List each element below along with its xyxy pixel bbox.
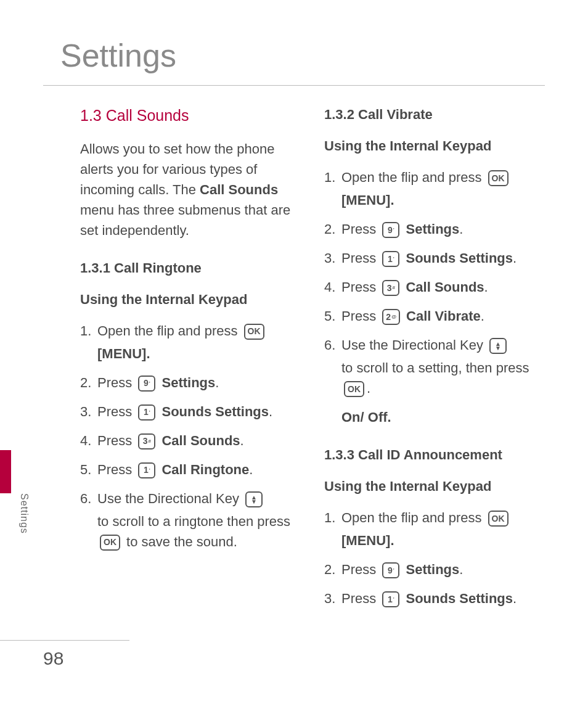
steps-list: Open the flip and press OK [MENU]. Press… <box>324 507 545 609</box>
key-digit: 9 <box>388 564 393 577</box>
menu-label: [MENU]. <box>341 530 545 551</box>
period: . <box>240 433 244 448</box>
key-digit: 3 <box>143 435 148 448</box>
step-text: to save the sound. <box>123 534 237 549</box>
step-bold: Call Ringtone <box>161 462 249 477</box>
ok-key-icon: OK <box>100 535 120 551</box>
ok-key-icon: OK <box>488 170 508 186</box>
period: . <box>513 250 517 266</box>
key9-icon: 9' <box>382 562 399 578</box>
menu-text: [MENU] <box>341 192 390 208</box>
key-sup: ' <box>393 567 394 574</box>
period: . <box>390 533 394 548</box>
key-digit: 3 <box>387 282 392 295</box>
onoff-text: On/ Off <box>341 409 388 425</box>
step-item: Press 9' Settings. <box>324 559 545 580</box>
key3-icon: 3# <box>382 280 399 296</box>
steps-list: Open the flip and press OK [MENU]. Press… <box>80 321 301 552</box>
key-digit: 1 <box>144 406 149 419</box>
step-bold: Sounds Settings <box>406 591 513 606</box>
step-text: Press <box>97 375 136 390</box>
step-item: Press 9' Settings. <box>324 219 545 239</box>
key-digit: 9 <box>388 224 393 237</box>
step-bold: Settings <box>406 221 459 237</box>
step-text: Press <box>341 279 380 295</box>
divider <box>43 85 545 86</box>
step-item: Press 1' Sounds Settings. <box>80 401 301 422</box>
intro-text: Allows you to set how the phone alerts y… <box>80 139 301 240</box>
page-title: Settings <box>60 37 545 74</box>
key-digit: 2 <box>386 311 391 324</box>
step-item: Press 1' Call Ringtone. <box>80 459 301 480</box>
intro-post: menu has three submenus that are set ind… <box>80 202 290 238</box>
step-bold: Call Sounds <box>406 279 484 295</box>
step-item: Use the Directional Key ▲▼ to scroll to … <box>80 488 301 552</box>
step-text: Press <box>97 433 136 448</box>
key-digit: 1 <box>388 593 393 606</box>
ok-key-icon: OK <box>244 324 264 340</box>
period: . <box>459 221 463 237</box>
key-sup: ' <box>149 380 150 387</box>
ok-key-icon: OK <box>488 511 508 527</box>
step-text: Press <box>341 250 380 266</box>
key-sup: @ <box>391 313 396 321</box>
key-sup: ' <box>393 596 394 603</box>
key-sup: # <box>149 438 151 445</box>
key1-icon: 1' <box>138 462 155 478</box>
step-item: Use the Directional Key ▲▼ to scroll to … <box>324 335 545 427</box>
right-column: 1.3.2 Call Vibrate Using the Internal Ke… <box>324 104 545 626</box>
period: . <box>388 409 391 425</box>
step-text: to scroll to a setting, then press <box>341 360 529 376</box>
menu-text: [MENU] <box>341 533 390 548</box>
subsection-heading: 1.3.3 Call ID Announcement <box>324 445 545 465</box>
step-cont: to scroll to a setting, then press OK. <box>341 358 545 398</box>
intro-bold: Call Sounds <box>200 182 278 197</box>
step-bold: Sounds Settings <box>161 404 269 419</box>
step-item: Open the flip and press OK [MENU]. <box>324 167 545 210</box>
directional-key-icon: ▲▼ <box>245 491 263 507</box>
step-text: Press <box>341 308 380 324</box>
step-text: Use the Directional Key <box>341 337 487 353</box>
section-heading: 1.3 Call Sounds <box>80 104 301 128</box>
step-bold: Call Sounds <box>161 433 240 448</box>
step-item: Open the flip and press OK [MENU]. <box>80 321 301 364</box>
page-number: 98 <box>43 648 129 669</box>
method-heading: Using the Internal Keypad <box>324 476 545 496</box>
side-tab: Settings <box>0 382 16 450</box>
step-text: to scroll to a ringtone then press <box>97 514 290 529</box>
step-text: Open the flip and press <box>97 323 242 339</box>
menu-label: [MENU]. <box>97 343 301 364</box>
period: . <box>367 380 370 396</box>
step-text: Press <box>97 404 136 419</box>
side-tab-label: Settings <box>18 493 30 534</box>
method-heading: Using the Internal Keypad <box>80 289 301 310</box>
menu-text: [MENU] <box>97 346 146 361</box>
key-sup: # <box>393 284 395 292</box>
key1-icon: 1' <box>382 251 399 267</box>
key-sup: ' <box>393 255 394 263</box>
step-item: Press 2@ Call Vibrate. <box>324 306 545 326</box>
key-digit: 1 <box>388 253 393 266</box>
step-bold: Settings <box>161 375 215 390</box>
menu-label: [MENU]. <box>341 190 545 210</box>
step-text: Open the flip and press <box>341 170 486 185</box>
key1-icon: 1' <box>382 591 399 607</box>
footer: 98 <box>0 640 129 669</box>
step-item: Press 3# Call Sounds. <box>80 430 301 451</box>
steps-list: Open the flip and press OK [MENU]. Press… <box>324 167 545 427</box>
step-bold: Settings <box>406 562 459 577</box>
period: . <box>269 404 272 419</box>
period: . <box>146 346 150 361</box>
footer-divider <box>0 640 129 641</box>
step-text: Press <box>341 591 380 606</box>
key3-icon: 3# <box>138 433 155 449</box>
key1-icon: 1' <box>138 404 155 421</box>
step-bold: Call Vibrate <box>406 308 481 324</box>
subsection-heading: 1.3.1 Call Ringtone <box>80 258 301 278</box>
step-text: Use the Directional Key <box>97 491 243 506</box>
step-options: On/ Off. <box>341 407 545 427</box>
key9-icon: 9' <box>138 376 155 392</box>
step-bold: Sounds Settings <box>406 250 513 266</box>
step-item: Press 1' Sounds Settings. <box>324 588 545 609</box>
side-tab-bar <box>0 450 11 493</box>
